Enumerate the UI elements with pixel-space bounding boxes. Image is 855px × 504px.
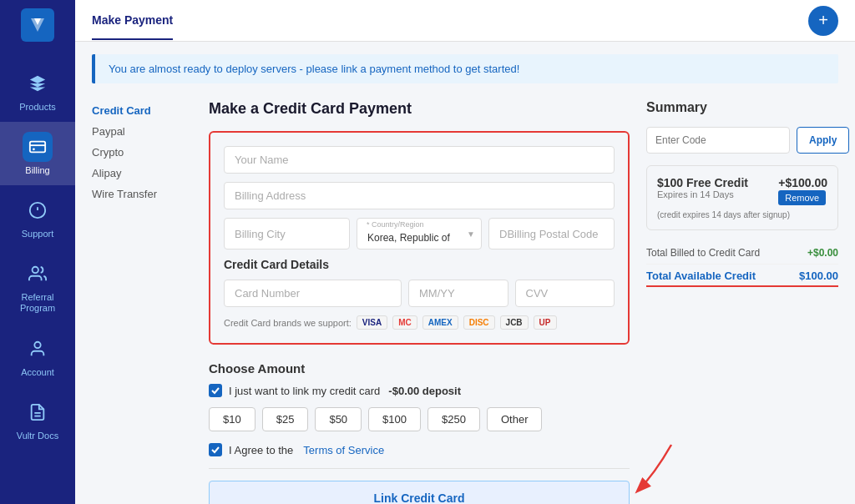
sidebar-item-referral[interactable]: Referral Program xyxy=(0,249,75,324)
info-banner: You are almost ready to deploy servers -… xyxy=(92,54,838,83)
billing-icon xyxy=(28,138,47,156)
page-body: Credit Card Paypal Crypto Alipay Wire Tr… xyxy=(92,100,838,504)
sidebar-item-vultr-docs[interactable]: Vultr Docs xyxy=(0,387,75,451)
tos-checkbox[interactable] xyxy=(209,443,222,456)
your-name-input[interactable] xyxy=(224,146,615,174)
credit-box: $100 Free Credit Expires in 14 Days +$10… xyxy=(646,165,838,230)
referral-icon xyxy=(28,265,47,283)
account-icon xyxy=(28,340,47,358)
tos-row: I Agree to the Terms of Service xyxy=(209,443,630,469)
link-credit-card-button[interactable]: Link Credit Card xyxy=(209,481,630,504)
form-title: Make a Credit Card Payment xyxy=(209,100,630,118)
promo-row: Apply xyxy=(646,127,838,154)
sidebar-item-billing[interactable]: Billing xyxy=(0,122,75,185)
credit-amount: +$100.00 xyxy=(778,176,827,189)
sidebar-item-account[interactable]: Account xyxy=(0,324,75,387)
summary-area: Summary Apply $100 Free Credit Expires i… xyxy=(646,100,838,504)
products-icon xyxy=(28,74,47,93)
unionpay-icon: UP xyxy=(534,315,557,330)
nav-credit-card[interactable]: Credit Card xyxy=(92,100,192,121)
apply-button[interactable]: Apply xyxy=(797,127,849,154)
choose-amount-title: Choose Amount xyxy=(209,361,630,375)
docs-icon xyxy=(28,403,47,421)
remove-credit-button[interactable]: Remove xyxy=(778,190,826,205)
summary-title: Summary xyxy=(646,100,838,115)
amount-250[interactable]: $250 xyxy=(428,407,480,431)
billed-value: +$0.00 xyxy=(807,247,838,259)
sidebar-item-support[interactable]: Support xyxy=(0,185,75,249)
sidebar-item-support-label: Support xyxy=(22,229,54,239)
content-area: You are almost ready to deploy servers -… xyxy=(75,42,855,504)
nav-crypto[interactable]: Crypto xyxy=(92,142,192,163)
country-dropdown-icon: ▼ xyxy=(467,229,475,239)
svg-rect-0 xyxy=(30,142,45,153)
svg-point-1 xyxy=(33,148,35,150)
link-only-deposit: -$0.00 deposit xyxy=(388,385,461,397)
available-label: Total Available Credit xyxy=(646,270,756,282)
amount-100[interactable]: $100 xyxy=(368,407,421,431)
payment-nav: Credit Card Paypal Crypto Alipay Wire Tr… xyxy=(92,100,192,504)
nav-paypal[interactable]: Paypal xyxy=(92,121,192,142)
checkmark-icon xyxy=(211,386,220,395)
link-button-container: Link Credit Card xyxy=(209,481,630,504)
cc-brands: Credit Card brands we support: VISA MC A… xyxy=(224,315,615,330)
link-only-row: I just want to link my credit card -$0.0… xyxy=(209,384,630,397)
available-value: $100.00 xyxy=(799,270,838,282)
card-number-input[interactable] xyxy=(224,280,402,307)
add-button[interactable]: + xyxy=(808,6,838,36)
card-form: * Country/Region Korea, Republic of ▼ Cr… xyxy=(209,131,630,345)
sidebar-item-docs-label: Vultr Docs xyxy=(17,431,58,441)
cc-brands-label: Credit Card brands we support: xyxy=(224,318,352,328)
nav-wire-transfer[interactable]: Wire Transfer xyxy=(92,184,192,204)
sidebar-logo[interactable] xyxy=(21,8,54,42)
page-title: Make Payment xyxy=(92,13,173,40)
jcb-icon: JCB xyxy=(500,315,529,330)
summary-billed-row: Total Billed to Credit Card +$0.00 xyxy=(646,242,838,265)
amount-other[interactable]: Other xyxy=(487,407,543,431)
topbar: Make Payment + xyxy=(75,0,855,42)
cc-details-title: Credit Card Details xyxy=(224,258,615,271)
country-label: * Country/Region xyxy=(367,220,424,229)
visa-icon: VISA xyxy=(357,315,387,330)
mastercard-icon: MC xyxy=(392,315,417,330)
form-area: Make a Credit Card Payment * Country/Reg… xyxy=(209,100,630,504)
sidebar-item-products-label: Products xyxy=(19,102,55,112)
support-icon xyxy=(28,201,47,219)
cvv-input[interactable] xyxy=(515,280,615,307)
amount-buttons: $10 $25 $50 $100 $250 Other xyxy=(209,407,630,431)
vultr-logo-icon xyxy=(28,15,48,35)
credit-note: (credit expires 14 days after signup) xyxy=(657,210,827,219)
svg-point-3 xyxy=(33,267,38,273)
tos-label: I Agree to the xyxy=(229,444,293,456)
sidebar-item-products[interactable]: Products xyxy=(0,58,75,122)
choose-amount-section: Choose Amount I just want to link my cre… xyxy=(209,361,630,504)
credit-expires: Expires in 14 Days xyxy=(657,189,748,199)
credit-name-row: $100 Free Credit Expires in 14 Days +$10… xyxy=(657,176,827,205)
postal-code-input[interactable] xyxy=(488,218,615,249)
discover-icon: DISC xyxy=(463,315,495,330)
country-select-wrap: * Country/Region Korea, Republic of ▼ xyxy=(357,218,482,249)
sidebar-item-referral-label: Referral Program xyxy=(4,292,71,314)
address-row: * Country/Region Korea, Republic of ▼ xyxy=(224,218,615,249)
tos-checkmark-icon xyxy=(211,446,220,454)
billed-label: Total Billed to Credit Card xyxy=(646,247,760,259)
amount-10[interactable]: $10 xyxy=(209,407,255,431)
main-content: Make Payment + You are almost ready to d… xyxy=(75,0,855,504)
expiry-input[interactable] xyxy=(408,280,508,307)
credit-name: $100 Free Credit xyxy=(657,176,748,189)
sidebar-item-account-label: Account xyxy=(21,367,54,377)
billing-address-input[interactable] xyxy=(224,182,615,209)
amount-25[interactable]: $25 xyxy=(262,407,309,431)
tos-link[interactable]: Terms of Service xyxy=(303,444,384,456)
summary-available-row: Total Available Credit $100.00 xyxy=(646,265,838,287)
promo-input[interactable] xyxy=(646,127,790,154)
amex-icon: AMEX xyxy=(422,315,458,330)
billing-city-input[interactable] xyxy=(224,218,350,249)
cc-details-row xyxy=(224,280,615,307)
svg-point-4 xyxy=(34,342,40,348)
link-only-checkbox[interactable] xyxy=(209,384,222,397)
nav-alipay[interactable]: Alipay xyxy=(92,163,192,184)
amount-50[interactable]: $50 xyxy=(315,407,362,431)
sidebar: Products Billing Support xyxy=(0,0,75,504)
link-only-label: I just want to link my credit card xyxy=(229,385,380,397)
